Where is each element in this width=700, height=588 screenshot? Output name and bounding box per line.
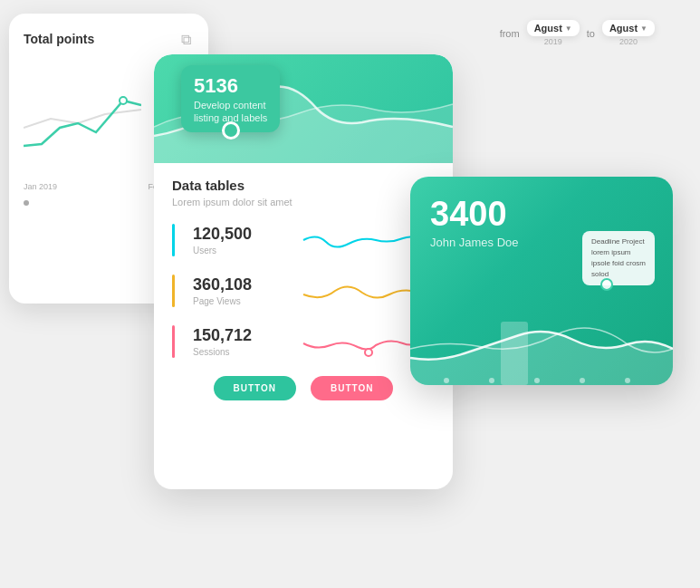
sessions-num: 150,712 xyxy=(193,326,279,345)
from-year: 2019 xyxy=(544,37,562,46)
svg-point-8 xyxy=(625,378,630,383)
tooltip-bubble: 5136 Develop content listing and labels xyxy=(181,65,280,132)
to-year: 2020 xyxy=(619,37,638,46)
tooltip-text1: Develop content xyxy=(194,100,267,111)
front-tooltip: Deadline Project lorem ipsum ipsole foid… xyxy=(582,231,655,285)
to-label: to xyxy=(587,28,595,39)
data-table-title: Data tables xyxy=(172,178,435,193)
stat-row-users: 120,500 Users xyxy=(172,224,435,256)
svg-point-7 xyxy=(580,378,585,383)
card-mid-footer: BUTTON BUTTON xyxy=(172,376,435,400)
users-num: 120,500 xyxy=(193,225,279,244)
button-primary[interactable]: BUTTON xyxy=(214,376,296,400)
svg-point-6 xyxy=(534,378,540,383)
svg-point-2 xyxy=(365,349,372,356)
dot-indicator xyxy=(24,200,29,206)
front-tooltip-line3: ipsole foid crosm xyxy=(591,258,646,269)
button-secondary[interactable]: BUTTON xyxy=(311,376,393,400)
front-wave-chart xyxy=(410,294,673,385)
from-dropdown-arrow: ▼ xyxy=(565,24,572,33)
data-table-subtitle: Lorem ipsum dolor sit amet xyxy=(172,197,435,207)
front-tooltip-line1: Deadline Project xyxy=(591,236,646,247)
stat-row-sessions: 150,712 Sessions xyxy=(172,325,435,358)
stat-pageviews-left: 360,108 Page Views xyxy=(193,275,279,306)
users-bar xyxy=(172,224,175,256)
pageviews-label: Page Views xyxy=(193,296,279,306)
date-controls: from Agust ▼ 2019 to Agust ▼ 2020 xyxy=(500,20,655,46)
from-month: Agust xyxy=(534,23,562,34)
sessions-bar xyxy=(172,325,175,358)
to-date-select[interactable]: Agust ▼ 2020 xyxy=(602,20,655,46)
card-mid-header: 5136 Develop content listing and labels xyxy=(154,54,453,163)
users-label: Users xyxy=(193,246,279,255)
card-back-title: Total points xyxy=(24,32,194,46)
stat-users-left: 120,500 Users xyxy=(193,225,279,255)
from-label: from xyxy=(500,28,520,39)
to-dropdown-arrow: ▼ xyxy=(640,24,647,33)
data-tables-card: 5136 Develop content listing and labels … xyxy=(154,54,453,489)
to-month-box[interactable]: Agust ▼ xyxy=(602,20,655,36)
axis-label-jan: Jan 2019 xyxy=(24,182,57,191)
pageviews-bar xyxy=(172,275,175,307)
stat-sessions-left: 150,712 Sessions xyxy=(193,326,279,357)
tooltip-text2: listing and labels xyxy=(194,112,267,123)
svg-point-0 xyxy=(120,97,127,104)
svg-point-4 xyxy=(444,378,449,383)
mini-line-chart xyxy=(24,64,141,173)
front-tooltip-line4: solod xyxy=(591,269,646,280)
front-tooltip-line2: lorem ipsum xyxy=(591,247,646,258)
stat-row-pageviews: 360,108 Page Views xyxy=(172,275,435,307)
tooltip-number: 5136 xyxy=(194,74,267,98)
svg-point-5 xyxy=(489,378,494,383)
copy-icon[interactable]: ⧉ xyxy=(181,32,194,48)
front-card: 3400 John James Doe Deadline Project lor… xyxy=(410,177,673,385)
from-date-select[interactable]: Agust ▼ 2019 xyxy=(527,20,580,46)
card-mid-body: Data tables Lorem ipsum dolor sit amet 1… xyxy=(154,163,453,415)
pageviews-num: 360,108 xyxy=(193,275,279,294)
to-month: Agust xyxy=(609,23,638,34)
from-month-box[interactable]: Agust ▼ xyxy=(527,20,580,36)
sessions-label: Sessions xyxy=(193,347,279,357)
front-number: 3400 xyxy=(430,195,653,234)
